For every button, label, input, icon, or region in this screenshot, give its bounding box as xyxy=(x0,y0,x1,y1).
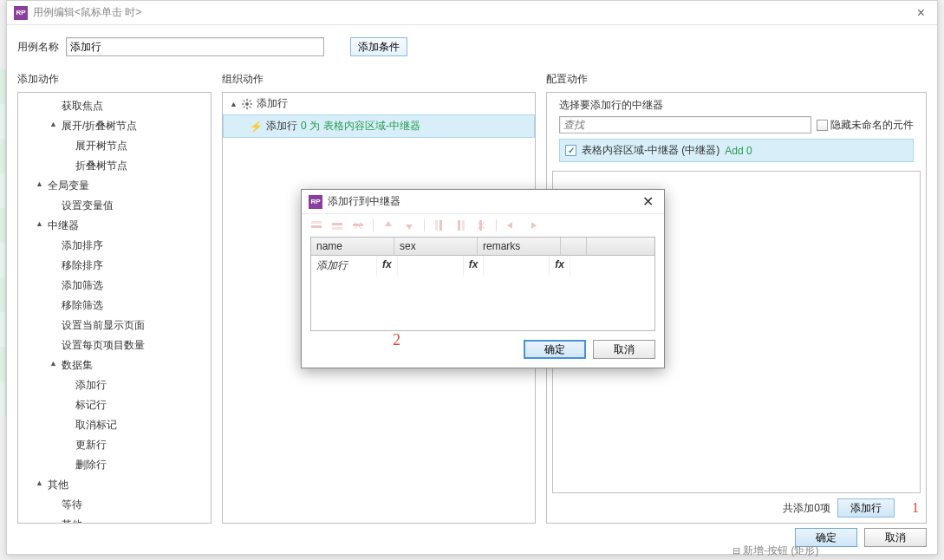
col-header-name[interactable]: name xyxy=(311,238,394,255)
tree-item[interactable]: 获取焦点 xyxy=(18,96,211,116)
action-tree-panel[interactable]: 获取焦点 ▲展开/折叠树节点 展开树节点 折叠树节点 ▲全局变量 设置变量值 ▲… xyxy=(17,92,212,524)
fx-icon[interactable]: fx xyxy=(555,258,564,270)
data-grid[interactable]: name sex remarks 添加行 fx fx fx 2 xyxy=(310,237,655,331)
svg-line-8 xyxy=(250,100,251,101)
insert-row-below-icon[interactable] xyxy=(331,219,343,231)
tree-item[interactable]: 添加筛选 xyxy=(18,276,211,296)
move-down-icon[interactable] xyxy=(403,219,415,231)
action-root-item[interactable]: ▲ 添加行 xyxy=(223,93,535,114)
cancel-button[interactable]: 取消 xyxy=(864,528,927,547)
target-label: 表格内容区域-中继器 (中继器) xyxy=(582,143,719,158)
annotation-2: 2 xyxy=(393,331,400,349)
grid-body[interactable]: 添加行 fx fx fx xyxy=(311,256,654,330)
tree-item[interactable]: 移除筛选 xyxy=(18,296,211,316)
tree-item[interactable]: 标记行 xyxy=(18,395,211,415)
svg-rect-12 xyxy=(332,227,342,230)
collapse-icon[interactable]: ▲ xyxy=(36,179,43,188)
window-title: 用例编辑<鼠标单击 时> xyxy=(33,5,912,20)
tree-item[interactable]: ▲数据集 xyxy=(18,355,211,375)
insert-col-left-icon[interactable] xyxy=(433,219,446,231)
add-row-button[interactable]: 添加行 xyxy=(837,498,895,518)
action-root-label: 添加行 xyxy=(257,96,288,111)
tree-item[interactable]: 移除排序 xyxy=(18,256,211,276)
cell-sex[interactable] xyxy=(398,256,464,276)
tree-item[interactable]: ▲展开/折叠树节点 xyxy=(18,116,211,136)
add-action-header: 添加动作 xyxy=(17,68,212,92)
tree-item[interactable]: ▲中继器 xyxy=(18,216,211,236)
tree-item[interactable]: 折叠树节点 xyxy=(18,156,211,176)
bolt-icon: ⚡ xyxy=(250,120,263,133)
insert-col-right-icon[interactable] xyxy=(454,219,466,231)
fx-icon[interactable]: fx xyxy=(469,258,479,270)
delete-col-icon[interactable] xyxy=(475,219,487,231)
target-repeater-row[interactable]: ✓ 表格内容区域-中继器 (中继器) Add 0 xyxy=(559,139,914,162)
add-condition-button[interactable]: 添加条件 xyxy=(350,37,407,56)
organize-header: 组织动作 xyxy=(222,68,536,92)
config-top: 选择要添加行的中继器 隐藏未命名的元件 ✓ 表格内容区域-中继器 (中继器) A… xyxy=(552,93,921,167)
case-name-input[interactable] xyxy=(66,37,324,56)
gear-icon xyxy=(241,98,253,110)
collapse-icon[interactable]: ▲ xyxy=(230,100,238,108)
grid-header: name sex remarks xyxy=(311,238,654,256)
tree-item[interactable]: 等待 xyxy=(18,495,211,515)
tree-item[interactable]: 添加行 xyxy=(18,375,211,395)
cell-name[interactable]: 添加行 xyxy=(311,256,377,276)
tree-item[interactable]: 取消标记 xyxy=(18,415,211,435)
toolbar-separator xyxy=(496,219,497,231)
svg-rect-18 xyxy=(458,220,460,231)
titlebar: RP 用例编辑<鼠标单击 时> × xyxy=(7,1,937,25)
modal-logo: RP xyxy=(309,195,322,209)
collapse-icon[interactable]: ▲ xyxy=(49,120,57,128)
annotation-1: 1 xyxy=(912,500,919,516)
background-shape-label: ⊟ 新增-按钮 (矩形) xyxy=(732,544,818,558)
case-name-row: 用例名称 添加条件 xyxy=(7,25,937,68)
modal-cancel-button[interactable]: 取消 xyxy=(593,340,655,359)
col-header-sex[interactable]: sex xyxy=(394,238,478,255)
move-up-icon[interactable] xyxy=(382,219,394,231)
tree-item[interactable]: 展开树节点 xyxy=(18,136,211,156)
modal-ok-button[interactable]: 确定 xyxy=(524,340,586,359)
select-repeater-label: 选择要添加行的中继器 xyxy=(559,98,914,113)
tree-item[interactable]: 添加排序 xyxy=(18,236,211,256)
background-cells xyxy=(0,69,6,416)
grid-row[interactable]: 添加行 fx fx fx xyxy=(311,256,654,276)
case-name-label: 用例名称 xyxy=(17,40,59,55)
tree-item[interactable]: 设置每页项目数量 xyxy=(18,335,211,355)
move-left-icon[interactable] xyxy=(505,219,518,231)
move-right-icon[interactable] xyxy=(526,219,538,231)
tree-item[interactable]: 设置当前显示页面 xyxy=(18,316,211,335)
modal-close-icon[interactable]: ✕ xyxy=(639,193,657,210)
action-child-item[interactable]: ⚡ 添加行 0 为 表格内容区域-中继器 xyxy=(223,114,535,138)
insert-row-above-icon[interactable] xyxy=(310,219,322,231)
search-input[interactable] xyxy=(559,116,811,133)
svg-line-7 xyxy=(244,106,245,107)
col-header-empty[interactable] xyxy=(561,238,587,255)
tree-item[interactable]: 设置变量值 xyxy=(18,196,211,216)
modal-toolbar xyxy=(302,214,664,237)
col-header-remarks[interactable]: remarks xyxy=(478,238,561,255)
collapse-icon[interactable]: ▲ xyxy=(36,479,43,487)
delete-row-icon[interactable] xyxy=(352,219,364,231)
hide-unnamed-checkbox[interactable] xyxy=(817,120,828,131)
tree-item[interactable]: ▲全局变量 xyxy=(18,176,211,196)
collapse-icon[interactable]: ▲ xyxy=(36,219,43,228)
tree-item[interactable]: 其他 xyxy=(18,515,211,524)
fx-icon[interactable]: fx xyxy=(382,258,392,270)
tree-item[interactable]: 更新行 xyxy=(18,435,211,455)
cell-remarks[interactable] xyxy=(484,256,550,276)
toolbar-separator xyxy=(424,219,425,231)
action-child-target: 表格内容区域-中继器 xyxy=(323,119,420,133)
target-checkbox[interactable]: ✓ xyxy=(565,145,576,156)
svg-rect-9 xyxy=(311,225,322,228)
svg-line-5 xyxy=(244,100,245,101)
tree-item[interactable]: 删除行 xyxy=(18,455,211,475)
modal-title: 添加行到中继器 xyxy=(328,194,639,209)
tree-item[interactable]: ▲其他 xyxy=(18,475,211,495)
close-icon[interactable]: × xyxy=(912,5,930,21)
hide-unnamed-label[interactable]: 隐藏未命名的元件 xyxy=(817,118,914,133)
collapse-icon[interactable]: ▲ xyxy=(49,359,57,368)
svg-rect-16 xyxy=(435,220,438,231)
toolbar-separator xyxy=(373,219,374,231)
app-logo: RP xyxy=(14,6,28,20)
action-tree: 获取焦点 ▲展开/折叠树节点 展开树节点 折叠树节点 ▲全局变量 设置变量值 ▲… xyxy=(18,93,211,524)
